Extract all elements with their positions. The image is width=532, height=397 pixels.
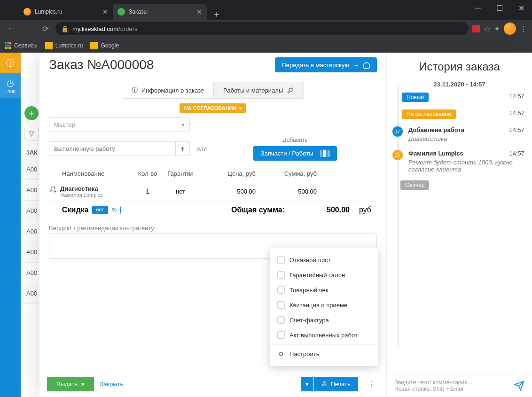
comment-hint: Новая строка: Shift + Enter [394, 386, 509, 392]
sidebar-item-label: Глав [5, 88, 16, 93]
bookmark-item[interactable]: Lumpics.ru [45, 42, 83, 49]
history-entry: Фамилия Lumpics Ремонт будет стоить 1000… [394, 150, 524, 173]
checkbox[interactable] [277, 316, 285, 324]
notice-icon[interactable]: ⓘ [0, 53, 21, 73]
window-minimize[interactable]: ─ [467, 0, 489, 16]
print-menu-item[interactable]: Гарантийный талон [270, 267, 378, 282]
checkbox[interactable] [277, 256, 285, 264]
tab-work[interactable]: Работы и материалы [214, 82, 304, 99]
master-placeholder: Мастер [54, 121, 75, 128]
sidebar-item-main[interactable]: ◷ Глав [0, 73, 21, 98]
bookmark-item[interactable]: Google [90, 42, 119, 49]
comment-input[interactable]: Введите текст комментария... Новая строк… [394, 379, 509, 392]
total-currency: руб [353, 206, 377, 214]
work-input[interactable]: + [49, 141, 190, 156]
parts-button[interactable]: Запчасти / Работы [253, 146, 337, 161]
filter-button[interactable] [24, 127, 39, 141]
discount-no: нет [92, 206, 108, 214]
item-name: Диагностика [60, 185, 98, 192]
checkbox[interactable] [277, 331, 285, 339]
url-host: my.livesklad.com [72, 25, 118, 32]
gauge-icon: ◷ [1, 78, 20, 88]
status-dropdown[interactable]: НА СОГЛАСОВАНИИ [180, 103, 247, 113]
history-now: Сейчас [393, 180, 523, 190]
tab-label: Работы и материалы [223, 87, 283, 94]
nav-reload[interactable]: ⟳ [39, 24, 52, 33]
transfer-button[interactable]: Передать в мастерскую → [275, 57, 377, 72]
bookmark-label: Google [101, 42, 119, 49]
discount-pct: % [108, 206, 121, 214]
wrench-add-icon[interactable] [49, 185, 56, 193]
browser-tab[interactable]: Lumpics.ru ✕ [19, 4, 113, 20]
status-badge: На согласовании [402, 109, 456, 119]
window-maximize[interactable]: ☐ [489, 0, 510, 16]
app-sidebar: ⓘ ◷ Глав [0, 53, 21, 397]
col-qty: Кол-во [133, 170, 162, 177]
status-label: НА СОГЛАСОВАНИИ [184, 105, 237, 111]
master-select[interactable]: Мастер ▾ [49, 117, 190, 132]
tab-info[interactable]: ⓘ Информация о заказе [122, 82, 214, 99]
checkbox[interactable] [277, 271, 285, 279]
more-menu[interactable]: ⋮ [364, 380, 379, 389]
history-time: 14:57 [509, 93, 524, 100]
nav-back[interactable]: ← [5, 24, 18, 33]
tab-favicon [23, 8, 31, 16]
issue-button[interactable]: Выдать ▾ [47, 377, 94, 391]
browser-tab[interactable]: Заказы ✕ [113, 4, 207, 20]
close-icon[interactable]: ✕ [196, 8, 202, 16]
checkbox[interactable] [277, 286, 285, 294]
segment-tabs: ⓘ Информация о заказе Работы и материалы [39, 77, 386, 101]
issue-label: Выдать [56, 381, 78, 388]
timeline-line [398, 86, 399, 346]
total-label: Общая сумма: [231, 206, 285, 214]
print-menu-item[interactable]: Квитанция о приеме [270, 297, 378, 312]
history-panel: История заказа 23.11.2020 - 14:57 Новый … [386, 53, 532, 397]
bookmark-star-icon[interactable]: ☆ [484, 24, 490, 33]
col-sum: Сумма, руб [260, 170, 321, 177]
arrow-right-icon: → [353, 62, 359, 69]
work-field[interactable] [49, 142, 175, 156]
print-split-toggle[interactable]: ▾ [301, 377, 313, 391]
verdict-label: Вердикт / рекомендации контрагенту [49, 225, 377, 232]
info-icon: ⓘ [132, 86, 138, 94]
url-field[interactable]: 🔒 my.livesklad.com/orders [55, 22, 469, 35]
send-icon[interactable] [514, 381, 524, 391]
nav-forward[interactable]: → [22, 24, 35, 33]
tab-title: Заказы [129, 8, 148, 15]
add-label: Добавить [283, 137, 308, 143]
print-menu-configure[interactable]: ⚙Настроить [270, 347, 378, 361]
now-badge: Сейчас [400, 180, 429, 190]
tab-label: Информация о заказе [141, 87, 204, 94]
print-menu-item[interactable]: Акт выполненных работ [270, 327, 378, 343]
table-row[interactable]: Диагностика Фамилия Lumpics 1 нет 500.00… [49, 181, 377, 202]
bookmarks-bar: Сервисы Lumpics.ru Google [0, 38, 532, 53]
col-price: Цена, руб [199, 170, 260, 177]
chevron-down-icon: ▾ [81, 381, 85, 388]
checkbox[interactable] [277, 301, 285, 309]
profile-avatar[interactable] [504, 23, 516, 35]
add-work-btn[interactable]: + [175, 142, 189, 156]
print-menu-item[interactable]: Товарный чек [270, 282, 378, 297]
new-tab-button[interactable]: ＋ [207, 8, 227, 20]
history-event-title: Добавлена работа [408, 126, 524, 133]
history-entry: Добавлена работа Диагностика 14:57 [394, 126, 524, 142]
bookmark-apps[interactable]: Сервисы [5, 42, 38, 49]
extension-icon[interactable] [472, 25, 480, 32]
discount-toggle[interactable]: нет % [92, 206, 121, 214]
print-button[interactable]: 🖶 Печать [314, 377, 358, 391]
close-link[interactable]: Закрыть [100, 381, 123, 388]
close-icon[interactable]: ✕ [102, 8, 108, 16]
print-menu-item[interactable]: Отказной лист [270, 252, 378, 267]
add-order-button[interactable]: ＋ [24, 106, 39, 120]
browser-menu[interactable]: ⋮ [520, 24, 527, 33]
extensions-icon[interactable]: ✦ [494, 24, 500, 33]
item-sum: 500.00 [260, 188, 321, 195]
print-menu-item[interactable]: Счет-фактура [270, 312, 378, 327]
history-event-sub: Ремонт будет стоить 1000, нужно согласие… [408, 159, 524, 173]
history-time: 14:57 [509, 150, 524, 157]
folder-icon [45, 42, 53, 49]
window-close[interactable]: ✕ [510, 0, 532, 16]
print-label: Печать [330, 381, 351, 388]
comment-placeholder: Введите текст комментария... [394, 379, 472, 386]
printer-icon: 🖶 [321, 381, 328, 388]
